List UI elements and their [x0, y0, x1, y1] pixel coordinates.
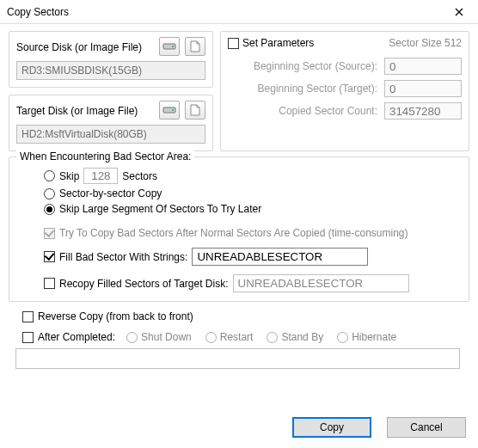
sector-size-label: Sector Size 512 — [389, 37, 462, 49]
reverse-copy-label: Reverse Copy (from back to front) — [38, 310, 193, 322]
copied-sector-count-input[interactable] — [384, 102, 462, 120]
target-disk-panel: Target Disk (or Image File) HD2:MsftVirt… — [9, 95, 213, 151]
after-restart-option: Restart — [205, 331, 254, 343]
file-icon — [190, 40, 200, 52]
skip-large-label: Skip Large Segment Of Sectors To Try Lat… — [59, 203, 261, 215]
parameters-panel: Set Parameters Sector Size 512 Beginning… — [220, 31, 469, 151]
beginning-sector-source-input[interactable] — [384, 58, 462, 75]
beginning-sector-target-input[interactable] — [384, 80, 462, 97]
try-copy-bad-checkbox — [44, 228, 55, 239]
source-select-disk-button[interactable] — [159, 37, 180, 56]
beginning-sector-source-label: Beginning Sector (Source): — [254, 60, 377, 72]
skip-radio[interactable] — [44, 170, 55, 181]
after-completed-label: After Completed: — [38, 331, 115, 343]
fill-bad-input[interactable] — [192, 248, 368, 266]
sector-by-sector-row[interactable]: Sector-by-sector Copy — [44, 187, 460, 199]
set-parameters-label: Set Parameters — [242, 37, 314, 49]
recopy-input — [233, 274, 409, 292]
skip-large-row[interactable]: Skip Large Segment Of Sectors To Try Lat… — [44, 203, 460, 215]
reverse-copy-checkbox[interactable] — [22, 311, 34, 322]
dialog-content: Source Disk (or Image File) RD3:SMIUSBDI… — [0, 24, 478, 376]
file-icon — [190, 104, 200, 116]
copy-button[interactable]: Copy — [292, 417, 371, 438]
skip-radio-row[interactable]: Skip Sectors — [44, 168, 460, 184]
svg-point-1 — [172, 46, 174, 47]
fill-bad-checkbox[interactable] — [44, 251, 55, 262]
after-standby-option: Stand By — [267, 331, 323, 343]
target-disk-label: Target Disk (or Image File) — [16, 103, 138, 117]
try-copy-bad-label: Try To Copy Bad Sectors After Normal Sec… — [59, 227, 408, 239]
after-hibernate-option: Hibernate — [337, 331, 396, 343]
disk-icon — [162, 106, 176, 114]
beginning-sector-target-label: Beginning Sector (Target): — [258, 83, 377, 95]
source-disk-panel: Source Disk (or Image File) RD3:SMIUSBDI… — [9, 31, 213, 88]
button-bar: Copy Cancel — [292, 417, 466, 438]
after-completed-checkbox[interactable] — [22, 332, 34, 343]
target-disk-value: HD2:MsftVirtualDisk(80GB) — [16, 125, 205, 144]
status-field — [15, 348, 460, 369]
close-button[interactable] — [440, 0, 478, 24]
disk-icon — [162, 42, 176, 51]
window-title: Copy Sectors — [7, 6, 69, 18]
bad-sector-fieldset: When Encountering Bad Sector Area: Skip … — [9, 156, 469, 302]
target-select-disk-button[interactable] — [159, 101, 180, 120]
bad-sector-legend: When Encountering Bad Sector Area: — [16, 150, 194, 163]
set-parameters-checkbox[interactable]: Set Parameters — [228, 37, 314, 49]
titlebar: Copy Sectors — [0, 0, 478, 24]
sector-by-sector-label: Sector-by-sector Copy — [59, 187, 162, 199]
skip-suffix: Sectors — [122, 170, 157, 182]
cancel-button[interactable]: Cancel — [387, 417, 466, 438]
close-icon — [455, 8, 463, 16]
skip-large-radio[interactable] — [44, 204, 55, 215]
copied-sector-count-label: Copied Sector Count: — [279, 105, 377, 117]
source-disk-label: Source Disk (or Image File) — [16, 40, 142, 53]
skip-label: Skip — [59, 170, 79, 182]
sector-by-sector-radio[interactable] — [44, 188, 55, 199]
target-select-file-button[interactable] — [185, 101, 205, 120]
fill-bad-label: Fill Bad Sector With Strings: — [59, 251, 187, 263]
source-select-file-button[interactable] — [185, 37, 205, 56]
skip-count-input[interactable] — [83, 168, 118, 184]
svg-point-3 — [172, 109, 174, 111]
source-disk-value: RD3:SMIUSBDISK(15GB) — [16, 61, 205, 80]
after-shutdown-option: Shut Down — [126, 331, 192, 343]
recopy-checkbox[interactable] — [44, 278, 55, 289]
recopy-label: Recopy Filled Sectors of Target Disk: — [59, 278, 229, 290]
